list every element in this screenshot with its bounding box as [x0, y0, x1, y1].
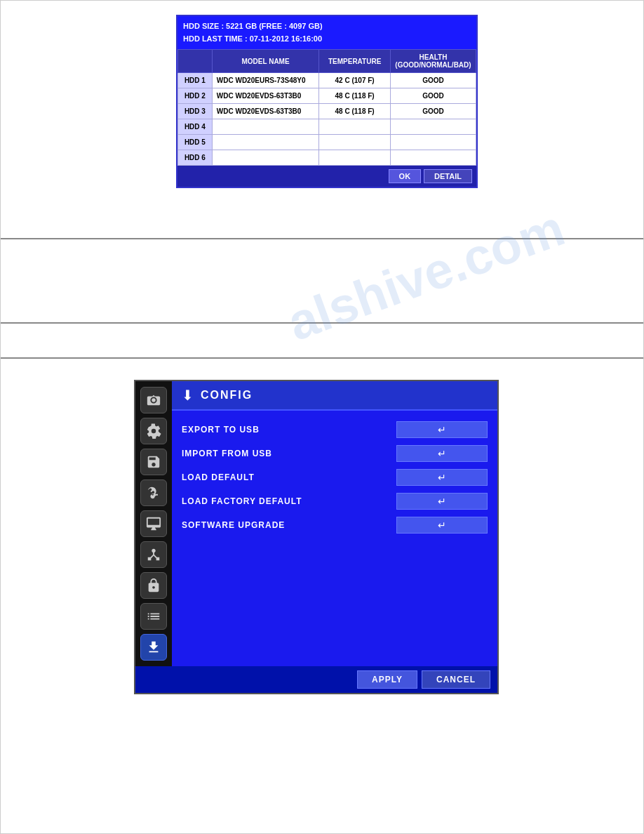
hdd-label: HDD 3 [178, 104, 213, 119]
sidebar-icon-save[interactable] [140, 449, 167, 475]
config-enter-button[interactable]: ↵ [396, 445, 488, 462]
cancel-button[interactable]: CANCEL [422, 670, 490, 689]
config-footer: APPLY CANCEL [135, 666, 497, 693]
hdd-health [390, 119, 476, 135]
sidebar [135, 381, 172, 666]
hdd-table: MODEL NAME TEMPERATURE HEALTH (GOOD/NORM… [177, 49, 476, 166]
lock-icon [146, 578, 161, 593]
table-row: HDD 2WDC WD20EVDS-63T3B048 C (118 F)GOOD [178, 88, 476, 104]
sidebar-icon-list[interactable] [140, 603, 167, 630]
config-row: LOAD FACTORY DEFAULT↵ [172, 489, 497, 513]
sidebar-icon-download[interactable] [140, 634, 167, 661]
config-enter-button[interactable]: ↵ [396, 493, 488, 510]
download-icon [146, 640, 161, 655]
camera-icon [146, 392, 161, 408]
config-header-icon: ⬇ [182, 387, 194, 404]
hdd-label: HDD 1 [178, 73, 213, 88]
list-icon [146, 609, 161, 624]
monitor-icon [146, 516, 161, 531]
config-item-label: IMPORT FROM USB [182, 449, 389, 458]
hdd-model: WDC WD20EVDS-63T3B0 [212, 104, 319, 119]
config-item-label: EXPORT TO USB [182, 425, 389, 435]
config-section: ⬇ CONFIG EXPORT TO USB↵IMPORT FROM USB↵L… [1, 359, 643, 708]
sidebar-icon-lock[interactable] [140, 572, 167, 599]
hdd-temp [319, 119, 391, 135]
config-item-label: SOFTWARE UPGRADE [182, 520, 389, 530]
hdd-model [212, 119, 319, 135]
th-temp: TEMPERATURE [319, 50, 391, 73]
hdd-model: WDC WD20EURS-73S48Y0 [212, 73, 319, 88]
hdd-label: HDD 2 [178, 88, 213, 104]
hdd-health: GOOD [390, 104, 476, 119]
apply-button[interactable]: APPLY [357, 670, 417, 689]
hdd-health [390, 150, 476, 166]
enter-symbol: ↵ [438, 448, 446, 459]
hdd-temp [319, 150, 391, 166]
section-mid2 [1, 324, 643, 359]
config-item-label: LOAD DEFAULT [182, 472, 389, 482]
hdd-info: HDD SIZE : 5221 GB (FREE : 4097 GB) HDD … [177, 16, 476, 49]
hdd-temp: 48 C (118 F) [319, 88, 391, 104]
hdd-model: WDC WD20EVDS-63T3B0 [212, 88, 319, 104]
table-row: HDD 1WDC WD20EURS-73S48Y042 C (107 F)GOO… [178, 73, 476, 88]
sidebar-icon-gear[interactable] [140, 418, 167, 444]
config-row: SOFTWARE UPGRADE↵ [172, 513, 497, 537]
config-outer: ⬇ CONFIG EXPORT TO USB↵IMPORT FROM USB↵L… [134, 380, 499, 694]
hdd-health [390, 135, 476, 150]
hdd-health: GOOD [390, 73, 476, 88]
ok-button[interactable]: OK [389, 169, 422, 183]
config-header-title: CONFIG [201, 389, 253, 402]
hdd-buttons: OK DETAIL [177, 166, 476, 187]
enter-symbol: ↵ [438, 519, 446, 531]
sidebar-icon-wrench[interactable] [140, 479, 167, 506]
enter-symbol: ↵ [438, 472, 446, 483]
table-row: HDD 4 [178, 119, 476, 135]
hdd-temp: 42 C (107 F) [319, 73, 391, 88]
enter-symbol: ↵ [438, 496, 446, 507]
hdd-section: HDD SIZE : 5221 GB (FREE : 4097 GB) HDD … [1, 1, 643, 239]
hdd-label: HDD 5 [178, 135, 213, 150]
section-mid1 [1, 239, 643, 324]
config-header: ⬇ CONFIG [172, 381, 497, 411]
config-item-label: LOAD FACTORY DEFAULT [182, 496, 389, 506]
gear-icon [146, 423, 161, 439]
config-enter-button[interactable]: ↵ [396, 517, 488, 534]
config-enter-button[interactable]: ↵ [396, 421, 488, 438]
config-enter-button[interactable]: ↵ [396, 469, 488, 486]
hdd-panel: HDD SIZE : 5221 GB (FREE : 4097 GB) HDD … [176, 15, 478, 188]
config-row: IMPORT FROM USB↵ [172, 442, 497, 465]
hdd-temp [319, 135, 391, 150]
section-final [1, 708, 643, 779]
hdd-health: GOOD [390, 88, 476, 104]
th-health: HEALTH (GOOD/NORMAL/BAD) [390, 50, 476, 73]
detail-button[interactable]: DETAIL [424, 169, 472, 183]
table-row: HDD 3WDC WD20EVDS-63T3B048 C (118 F)GOOD [178, 104, 476, 119]
enter-symbol: ↵ [438, 424, 446, 435]
sidebar-icon-monitor[interactable] [140, 510, 167, 537]
hdd-size-line: HDD SIZE : 5221 GB (FREE : 4097 GB) [183, 20, 471, 33]
table-row: HDD 5 [178, 135, 476, 150]
config-row: LOAD DEFAULT↵ [172, 465, 497, 489]
network-icon [146, 547, 161, 562]
hdd-temp: 48 C (118 F) [319, 104, 391, 119]
table-row: HDD 6 [178, 150, 476, 166]
hdd-label: HDD 4 [178, 119, 213, 135]
config-row: EXPORT TO USB↵ [172, 418, 497, 442]
save-icon [146, 454, 161, 470]
page-wrapper: alshive.com HDD SIZE : 5221 GB (FREE : 4… [0, 0, 644, 834]
hdd-label: HDD 6 [178, 150, 213, 166]
th-model: MODEL NAME [212, 50, 319, 73]
sidebar-icon-camera[interactable] [140, 387, 167, 413]
config-main: ⬇ CONFIG EXPORT TO USB↵IMPORT FROM USB↵L… [172, 381, 497, 666]
sidebar-icon-network[interactable] [140, 541, 167, 568]
hdd-model [212, 150, 319, 166]
config-body: ⬇ CONFIG EXPORT TO USB↵IMPORT FROM USB↵L… [135, 381, 497, 666]
hdd-model [212, 135, 319, 150]
config-items: EXPORT TO USB↵IMPORT FROM USB↵LOAD DEFAU… [172, 411, 497, 666]
th-hdd [178, 50, 213, 73]
hdd-time-line: HDD LAST TIME : 07-11-2012 16:16:00 [183, 33, 471, 46]
wrench-icon [146, 485, 161, 501]
